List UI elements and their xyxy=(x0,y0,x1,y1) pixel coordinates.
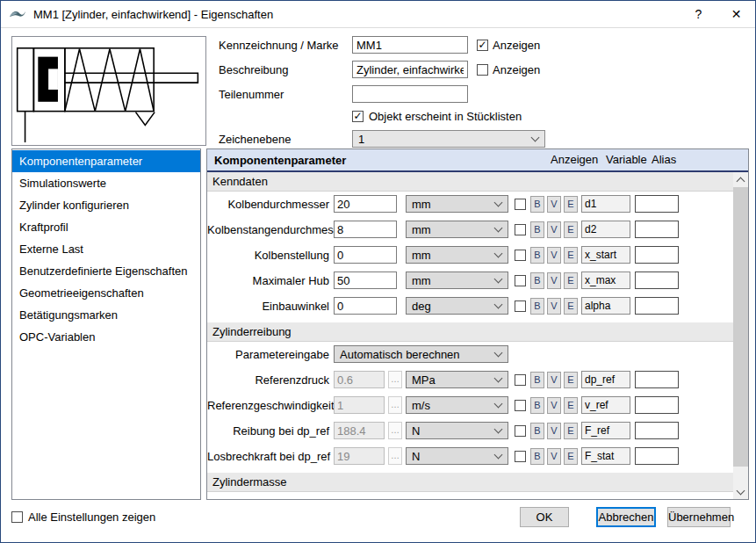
more-options-button[interactable]: … xyxy=(388,447,402,465)
anzeigen-checkbox[interactable] xyxy=(515,300,526,312)
sidebar-item-zylinder-konfigurieren[interactable]: Zylinder konfigurieren xyxy=(12,194,200,216)
variable-field[interactable] xyxy=(581,396,630,414)
variable-field[interactable] xyxy=(581,297,630,315)
variable-field[interactable] xyxy=(581,371,630,388)
b-button[interactable]: B xyxy=(530,448,544,465)
unit-dropdown[interactable]: m/s xyxy=(406,396,508,414)
more-options-button[interactable]: … xyxy=(388,422,402,439)
variable-field[interactable] xyxy=(581,195,630,213)
anzeigen-checkbox[interactable] xyxy=(515,250,526,261)
zeichenebene-dropdown[interactable]: 1 xyxy=(352,130,545,148)
v-button[interactable]: V xyxy=(547,272,561,289)
param-value-input[interactable] xyxy=(334,195,397,213)
param-value-input[interactable] xyxy=(334,221,397,238)
vertical-scrollbar[interactable] xyxy=(733,172,748,499)
more-options-button[interactable]: … xyxy=(388,396,402,414)
e-button[interactable]: E xyxy=(564,448,578,465)
teilenummer-input[interactable] xyxy=(352,85,468,103)
v-button[interactable]: V xyxy=(547,247,561,264)
anzeigen-checkbox[interactable] xyxy=(515,374,526,386)
unit-dropdown[interactable]: N xyxy=(406,447,508,465)
sidebar-item-geometrieeigenschaften[interactable]: Geometrieeigenschaften xyxy=(12,282,200,304)
v-button[interactable]: V xyxy=(547,196,561,213)
anzeigen-checkbox[interactable] xyxy=(515,199,526,210)
sidebar-item-kraftprofil[interactable]: Kraftprofil xyxy=(12,216,200,238)
e-button[interactable]: E xyxy=(564,196,578,213)
v-button[interactable]: V xyxy=(547,372,561,388)
v-button[interactable]: V xyxy=(547,221,561,238)
sidebar-item-betaetigungsmarken[interactable]: Betätigungsmarken xyxy=(12,304,200,326)
scroll-down-button[interactable] xyxy=(733,484,748,499)
sidebar-item-komponentenparameter[interactable]: Komponentenparameter xyxy=(12,150,200,172)
alias-field[interactable] xyxy=(635,396,679,414)
unit-dropdown[interactable]: MPa xyxy=(406,371,508,388)
beschreibung-input[interactable] xyxy=(352,61,468,78)
anzeigen-checkbox[interactable] xyxy=(515,425,526,437)
v-button[interactable]: V xyxy=(547,298,561,315)
alle-einstellungen-checkbox[interactable] xyxy=(11,511,23,523)
b-button[interactable]: B xyxy=(530,423,544,439)
variable-field[interactable] xyxy=(581,246,630,264)
b-button[interactable]: B xyxy=(530,221,544,238)
e-button[interactable]: E xyxy=(564,298,578,315)
apply-button[interactable]: Übernehmen xyxy=(667,507,731,527)
stueckliste-checkbox[interactable]: ✓ xyxy=(352,111,364,122)
variable-field[interactable] xyxy=(581,447,630,465)
cancel-button[interactable]: Abbrechen xyxy=(596,507,656,527)
alias-field[interactable] xyxy=(635,246,679,264)
anzeigen-checkbox[interactable] xyxy=(515,451,526,462)
b-button[interactable]: B xyxy=(530,272,544,289)
alias-field[interactable] xyxy=(635,272,679,289)
help-button[interactable]: ? xyxy=(680,1,717,27)
anzeigen-checkbox[interactable] xyxy=(515,275,526,286)
unit-dropdown[interactable]: deg xyxy=(406,297,508,315)
param-value-input[interactable] xyxy=(334,297,397,315)
e-button[interactable]: E xyxy=(564,423,578,439)
scroll-up-button[interactable] xyxy=(733,172,748,187)
alias-field[interactable] xyxy=(635,371,679,388)
v-button[interactable]: V xyxy=(547,423,561,439)
b-button[interactable]: B xyxy=(530,298,544,315)
e-button[interactable]: E xyxy=(564,397,578,414)
alias-field[interactable] xyxy=(635,297,679,315)
alias-field[interactable] xyxy=(635,195,679,213)
unit-dropdown[interactable]: N xyxy=(406,422,508,439)
param-value-input[interactable] xyxy=(334,246,397,264)
e-button[interactable]: E xyxy=(564,272,578,289)
unit-dropdown[interactable]: mm xyxy=(406,272,508,289)
param-value-input[interactable] xyxy=(334,272,397,289)
close-button[interactable]: ✕ xyxy=(717,1,755,27)
variable-field[interactable] xyxy=(581,221,630,238)
e-button[interactable]: E xyxy=(564,247,578,264)
b-button[interactable]: B xyxy=(530,196,544,213)
anzeigen-checkbox[interactable] xyxy=(515,224,526,235)
sidebar-item-opc-variablen[interactable]: OPC-Variablen xyxy=(12,326,200,348)
kennzeichnung-input[interactable] xyxy=(352,36,468,54)
e-button[interactable]: E xyxy=(564,221,578,238)
unit-dropdown[interactable]: mm xyxy=(406,221,508,238)
anzeigen-checkbox[interactable] xyxy=(515,400,526,411)
unit-dropdown[interactable]: mm xyxy=(406,195,508,213)
more-options-button[interactable]: … xyxy=(388,371,402,388)
beschreibung-anzeigen-checkbox[interactable] xyxy=(477,64,488,76)
parametereingabe-dropdown[interactable]: Automatisch berechnen xyxy=(334,345,508,363)
b-button[interactable]: B xyxy=(530,247,544,264)
sidebar-item-simulationswerte[interactable]: Simulationswerte xyxy=(12,172,200,194)
v-button[interactable]: V xyxy=(547,448,561,465)
b-button[interactable]: B xyxy=(530,372,544,388)
sidebar-item-externe-last[interactable]: Externe Last xyxy=(12,238,200,260)
variable-field[interactable] xyxy=(581,422,630,439)
scrollbar-thumb[interactable] xyxy=(733,187,748,467)
alias-field[interactable] xyxy=(635,447,679,465)
e-button[interactable]: E xyxy=(564,372,578,388)
b-button[interactable]: B xyxy=(530,397,544,414)
v-button[interactable]: V xyxy=(547,397,561,414)
alias-field[interactable] xyxy=(635,221,679,238)
unit-dropdown[interactable]: mm xyxy=(406,246,508,264)
variable-field[interactable] xyxy=(581,272,630,289)
kennzeichnung-anzeigen-checkbox[interactable]: ✓ xyxy=(477,40,488,51)
ok-button[interactable]: OK xyxy=(520,507,569,527)
sidebar-item-benutzerdefinierte-eigenschaften[interactable]: Benutzerdefinierte Eigenschaften xyxy=(12,260,200,282)
alias-field[interactable] xyxy=(635,422,679,439)
scrollbar-track[interactable] xyxy=(733,467,748,484)
